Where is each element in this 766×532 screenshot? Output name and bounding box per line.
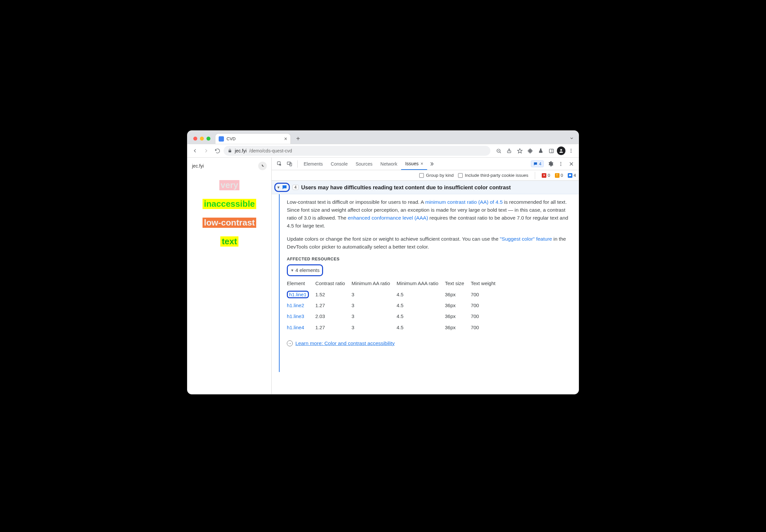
table-row: h1.line1 1.52 3 4.5 36px 700 bbox=[287, 289, 502, 300]
tab-dropdown-icon[interactable] bbox=[569, 136, 574, 141]
error-count[interactable]: ×0 bbox=[542, 173, 550, 178]
bookmark-star-icon[interactable] bbox=[515, 146, 525, 156]
issue-description: Low-contrast text is difficult or imposs… bbox=[287, 194, 579, 372]
table-row: h1.line2 1.27 3 4.5 36px 700 bbox=[287, 300, 502, 311]
col-element: Element bbox=[287, 278, 315, 289]
col-aaa: Minimum AAA ratio bbox=[397, 278, 445, 289]
external-link-icon: → bbox=[287, 340, 293, 346]
svg-point-15 bbox=[561, 162, 562, 163]
col-aa: Minimum AA ratio bbox=[352, 278, 397, 289]
url-host: jec.fyi bbox=[235, 148, 247, 153]
element-link[interactable]: h1.line2 bbox=[287, 303, 304, 308]
issues-count-badge[interactable]: 4 bbox=[531, 160, 544, 167]
nav-reload-button[interactable] bbox=[212, 146, 222, 156]
chrome-menu-icon[interactable] bbox=[566, 146, 576, 156]
warning-count[interactable]: !0 bbox=[555, 173, 563, 178]
link-contrast-aaa[interactable]: enhanced conformance level (AAA) bbox=[348, 215, 428, 221]
sample-text-1: very bbox=[219, 180, 240, 190]
inspect-element-icon[interactable] bbox=[276, 160, 283, 168]
issue-header[interactable]: ▼ 4 Users may have difficulties reading … bbox=[272, 181, 579, 194]
tab-overflow-icon[interactable] bbox=[427, 161, 436, 167]
zoom-icon[interactable] bbox=[494, 146, 504, 156]
issue-expand-toggle[interactable]: ▼ bbox=[274, 183, 290, 192]
element-link[interactable]: h1.line3 bbox=[287, 313, 304, 319]
settings-gear-icon[interactable] bbox=[546, 160, 554, 168]
affected-resources-heading: AFFECTED RESOURCES bbox=[287, 256, 572, 262]
chevron-down-icon: ▼ bbox=[290, 268, 294, 273]
sample-text-3: low-contrast bbox=[202, 218, 256, 228]
window-controls bbox=[191, 137, 212, 144]
issue-count-badge: 4 bbox=[292, 185, 299, 190]
nav-forward-button[interactable] bbox=[201, 146, 211, 156]
include-third-party-checkbox[interactable]: Include third-party cookie issues bbox=[458, 173, 528, 178]
svg-point-8 bbox=[560, 149, 562, 151]
message-icon bbox=[281, 184, 287, 190]
svg-point-10 bbox=[571, 150, 572, 151]
devtools-tabbar: Elements Console Sources Network Issues×… bbox=[272, 158, 579, 170]
svg-point-16 bbox=[561, 163, 562, 164]
table-row: h1.line4 1.27 3 4.5 36px 700 bbox=[287, 322, 502, 333]
favicon bbox=[219, 136, 224, 142]
side-panel-icon[interactable] bbox=[546, 146, 556, 156]
close-tab-issues-icon[interactable]: × bbox=[421, 161, 423, 166]
col-size: Text size bbox=[445, 278, 471, 289]
element-link[interactable]: h1.line4 bbox=[287, 325, 304, 330]
browser-window: CVD × + jec.fyi/demo/cds-quest-cvd bbox=[187, 130, 579, 394]
svg-point-11 bbox=[571, 152, 572, 153]
page-content: jec.fyi very inaccessible low-contrast t… bbox=[187, 158, 272, 394]
tab-console[interactable]: Console bbox=[327, 158, 351, 170]
sample-text-2: inaccessible bbox=[202, 199, 256, 209]
learn-more-link[interactable]: Learn more: Color and contrast accessibi… bbox=[295, 339, 395, 347]
tab-title: CVD bbox=[226, 136, 235, 141]
nav-back-button[interactable] bbox=[190, 146, 200, 156]
svg-rect-0 bbox=[228, 150, 231, 152]
devtools-panel: Elements Console Sources Network Issues×… bbox=[272, 158, 579, 394]
col-contrast: Contrast ratio bbox=[315, 278, 352, 289]
url-path: /demo/cds-quest-cvd bbox=[249, 148, 292, 153]
device-toolbar-icon[interactable] bbox=[285, 160, 293, 168]
element-link[interactable]: h1.line1 bbox=[287, 291, 309, 298]
issue-rail bbox=[279, 194, 279, 372]
affected-elements-toggle[interactable]: ▼ 4 elements bbox=[287, 264, 323, 276]
tab-strip: CVD × + bbox=[187, 131, 579, 144]
affected-elements-table: Element Contrast ratio Minimum AA ratio … bbox=[287, 278, 502, 333]
profile-avatar[interactable] bbox=[557, 146, 566, 155]
svg-line-2 bbox=[500, 152, 501, 153]
table-row: h1.line3 2.03 3 4.5 36px 700 bbox=[287, 311, 502, 322]
link-contrast-aa[interactable]: minimum contrast ratio (AA) of 4.5 bbox=[425, 199, 503, 205]
address-bar-row: jec.fyi/demo/cds-quest-cvd bbox=[187, 144, 579, 158]
close-devtools-icon[interactable] bbox=[568, 160, 575, 168]
svg-marker-5 bbox=[517, 148, 522, 153]
svg-rect-13 bbox=[287, 162, 290, 165]
devtools-menu-icon[interactable] bbox=[557, 160, 565, 168]
dark-mode-toggle[interactable] bbox=[258, 162, 267, 170]
browser-tab[interactable]: CVD × bbox=[215, 133, 291, 144]
tab-sources[interactable]: Sources bbox=[352, 158, 376, 170]
tab-elements[interactable]: Elements bbox=[300, 158, 327, 170]
maximize-window-button[interactable] bbox=[206, 137, 210, 141]
issues-options-bar: Group by kind Include third-party cookie… bbox=[272, 170, 579, 181]
sample-text-4: text bbox=[220, 236, 238, 247]
address-bar[interactable]: jec.fyi/demo/cds-quest-cvd bbox=[224, 146, 490, 156]
share-icon[interactable] bbox=[504, 146, 514, 156]
info-count[interactable]: 4 bbox=[568, 173, 576, 178]
extensions-icon[interactable] bbox=[525, 146, 535, 156]
lock-icon bbox=[227, 148, 232, 153]
issue-title: Users may have difficulties reading text… bbox=[301, 184, 511, 191]
svg-point-17 bbox=[561, 165, 562, 166]
col-weight: Text weight bbox=[471, 278, 502, 289]
link-suggest-color[interactable]: "Suggest color" feature bbox=[500, 236, 552, 242]
tab-network[interactable]: Network bbox=[376, 158, 401, 170]
labs-icon[interactable] bbox=[536, 146, 546, 156]
site-title: jec.fyi bbox=[192, 163, 204, 169]
svg-point-9 bbox=[571, 149, 572, 150]
tab-issues[interactable]: Issues× bbox=[401, 158, 427, 170]
close-window-button[interactable] bbox=[193, 137, 197, 141]
close-tab-icon[interactable]: × bbox=[284, 136, 287, 142]
chevron-down-icon: ▼ bbox=[277, 185, 280, 189]
group-by-kind-checkbox[interactable]: Group by kind bbox=[419, 173, 454, 178]
minimize-window-button[interactable] bbox=[200, 137, 204, 141]
new-tab-button[interactable]: + bbox=[293, 134, 303, 143]
svg-rect-6 bbox=[549, 149, 554, 152]
